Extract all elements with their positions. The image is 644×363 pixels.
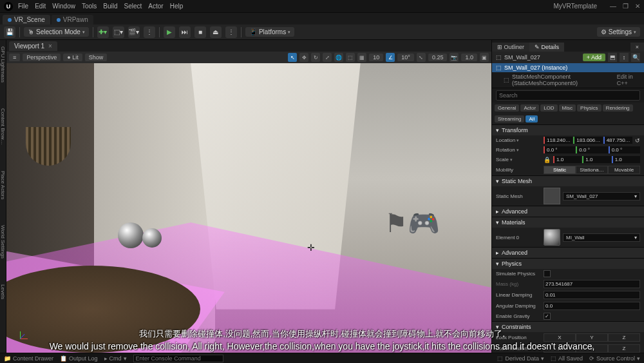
platforms-dropdown[interactable]: 📱 Platforms [245,27,294,37]
scale-y[interactable]: 1.0 [582,156,611,163]
cat-actor[interactable]: Actor [520,104,539,112]
tab-details[interactable]: ✎ Details [529,43,564,52]
maximize-viewport-icon[interactable]: ▣ [480,53,489,62]
save-button[interactable]: 💾 [4,26,15,38]
menu-tools[interactable]: Tools [82,3,97,10]
close-panel-icon[interactable]: × [630,43,644,52]
location-z[interactable]: 487.750… [603,137,632,144]
transform-section-head[interactable]: ▾ Transform [492,125,644,135]
skip-button[interactable]: ⏭ [179,26,191,38]
menu-edit[interactable]: Edit [35,3,46,10]
scale-tool-icon[interactable]: ⤢ [323,53,332,62]
rotation-x[interactable]: 0.0 ° [544,146,575,153]
advanced-2-head[interactable]: ▸ Advanced [492,248,644,258]
mobility-static[interactable]: Static [544,166,576,174]
axis-gizmo[interactable] [10,329,30,349]
scale-snap-toggle[interactable]: ⤡ [417,53,426,62]
linear-damping-value[interactable] [544,291,640,299]
details-search-input[interactable] [496,90,640,101]
add-content-button[interactable]: ✚▾ [97,26,109,38]
stop-button[interactable]: ■ [194,26,206,38]
maximize-icon[interactable]: ❐ [623,3,629,10]
location-label[interactable]: Location [496,137,541,143]
cat-all[interactable]: All [526,115,538,123]
component-icon-1[interactable]: ⬒ [608,53,617,62]
tab-vrpawn[interactable]: VRPawn [52,15,93,25]
grid-snap-toggle[interactable]: ▦ [357,53,366,62]
rail-content-browser[interactable]: Content Brow… [0,108,6,144]
menu-build[interactable]: Build [103,3,117,10]
reset-location-icon[interactable]: ↺ [635,137,640,144]
rotation-z[interactable]: 0.0 ° [609,146,640,153]
material-dropdown[interactable]: MI_Wall▾ [563,233,640,242]
select-tool-icon[interactable]: ↖ [288,53,297,62]
advanced-1-head[interactable]: ▸ Advanced [492,206,644,217]
show-dropdown[interactable]: Show [85,54,108,61]
translate-tool-icon[interactable]: ✥ [299,53,308,62]
lock-pos-y[interactable]: Y [576,333,608,342]
simulate-physics-checkbox[interactable] [544,270,551,277]
materials-section-head[interactable]: ▾ Materials [492,217,644,228]
cinematics-button[interactable]: 🎬▾ [128,26,140,38]
instance-row[interactable]: ⬚ SM_Wall_027 (Instance) [492,63,644,72]
cat-general[interactable]: General [495,104,519,112]
marketplace-button[interactable]: ⬚▾ [113,26,124,38]
mobility-stationary[interactable]: Stationa… [576,166,608,174]
surface-snap-icon[interactable]: ⬚ [346,53,355,62]
minimize-icon[interactable]: — [610,3,616,10]
all-saved-status[interactable]: ⬚ All Saved [551,355,583,362]
close-icon[interactable]: ✕ [635,3,640,10]
location-x[interactable]: 118.240… [544,137,573,144]
scale-label[interactable]: Scale [496,157,541,162]
viewport-tab[interactable]: Viewport 1× [9,41,57,51]
camera-speed-icon[interactable]: 📷 [450,53,459,62]
rail-levels[interactable]: Levels [0,284,6,299]
material-thumb[interactable] [544,229,560,246]
cat-rendering[interactable]: Rendering [603,104,633,112]
perspective-dropdown[interactable]: Perspective [23,54,61,61]
lit-dropdown[interactable]: ● Lit [63,54,82,61]
output-log-button[interactable]: 📋 Output Log [60,355,98,362]
component-row[interactable]: ⬚ StaticMeshComponent (StaticMeshCompone… [492,72,644,88]
edit-cpp-link[interactable]: Edit in C++ [617,74,640,86]
cat-streaming[interactable]: Streaming [495,115,524,123]
scale-x[interactable]: 1.0 [553,156,582,163]
lock-rot-x[interactable]: X [544,344,576,353]
blueprints-button[interactable]: ⋮ [144,26,155,38]
viewport-3d[interactable]: ⚑🎮 ✛ [6,63,491,353]
constraints-section-head[interactable]: ▾ Constraints [492,322,644,332]
static-mesh-section-head[interactable]: ▾ Static Mesh [492,176,644,186]
rail-world-settings[interactable]: World Settings [0,225,6,259]
cat-physics[interactable]: Physics [577,104,601,112]
enable-gravity-checkbox[interactable] [544,313,551,320]
mobility-movable[interactable]: Movable [608,166,640,174]
menu-actor[interactable]: Actor [148,3,163,10]
component-icon-3[interactable]: 🔍 [631,53,640,62]
source-control-button[interactable]: ⟳ Source Control ▾ [589,355,640,362]
cat-lod[interactable]: LOD [540,104,557,112]
menu-select[interactable]: Select [124,3,142,10]
tab-vr-scene[interactable]: VR_Scene [3,15,50,25]
close-tab-icon[interactable]: × [48,43,52,50]
lock-rot-z[interactable]: Z [608,344,640,353]
rail-gpu-lightmass[interactable]: GPU Lightmass [0,46,6,83]
settings-dropdown[interactable]: ⚙ Settings [597,27,640,37]
derived-data-button[interactable]: ⬚ Derived Data ▾ [497,355,544,362]
static-mesh-thumb[interactable] [544,188,560,204]
eject-button[interactable]: ⏏ [210,26,222,38]
world-local-toggle[interactable]: 🌐 [334,53,343,62]
menu-help[interactable]: Help [170,3,184,10]
component-icon-2[interactable]: ↕ [620,53,629,62]
camera-speed-value[interactable]: 1.0 [461,54,477,61]
cat-misc[interactable]: Misc [559,104,576,112]
scale-z[interactable]: 1.0 [612,156,640,163]
lock-pos-x[interactable]: X [544,333,576,342]
rotation-label[interactable]: Rotation [496,147,541,153]
menu-window[interactable]: Window [52,3,75,10]
play-options-button[interactable]: ⋮ [225,26,237,38]
angular-damping-value[interactable] [544,302,640,310]
physics-section-head[interactable]: ▾ Physics [492,259,644,269]
rotation-y[interactable]: 0.0 ° [576,146,607,153]
angle-snap-toggle[interactable]: ∠ [386,53,395,62]
tab-outliner[interactable]: ⊞ Outliner [492,43,529,52]
